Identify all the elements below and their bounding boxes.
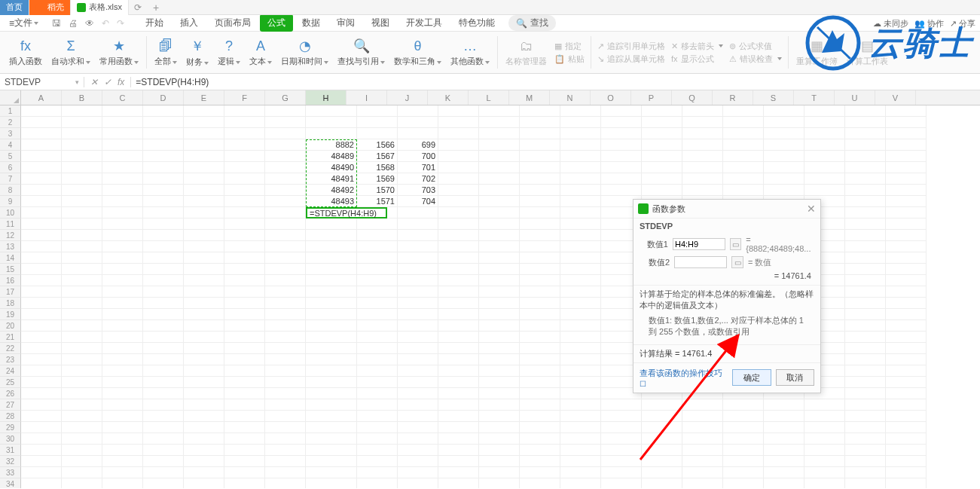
cell[interactable]: [398, 433, 438, 445]
cell[interactable]: [438, 343, 479, 354]
cell[interactable]: [143, 399, 184, 411]
cell[interactable]: [224, 388, 265, 399]
cell[interactable]: [184, 264, 224, 275]
cell[interactable]: [62, 230, 102, 241]
btn-formula-req[interactable]: ⊚ 公式求值: [729, 41, 782, 52]
cell[interactable]: [886, 445, 927, 456]
cell[interactable]: [102, 105, 143, 117]
cell[interactable]: [224, 264, 265, 275]
tab-daoke[interactable]: 稻壳: [29, 0, 71, 15]
cell[interactable]: [357, 241, 398, 252]
cell[interactable]: [306, 433, 357, 445]
cell[interactable]: [560, 456, 601, 467]
cell[interactable]: [184, 252, 224, 264]
cell[interactable]: [438, 388, 479, 399]
cell[interactable]: [357, 207, 398, 219]
cell[interactable]: [764, 139, 804, 151]
cell[interactable]: [886, 151, 927, 162]
cell[interactable]: [438, 196, 479, 207]
cell[interactable]: [601, 478, 642, 488]
btn-text[interactable]: A文本: [245, 32, 276, 73]
row-header[interactable]: 32: [0, 456, 21, 467]
cell[interactable]: [642, 399, 682, 411]
cell[interactable]: [265, 173, 306, 185]
cell[interactable]: [143, 117, 184, 128]
cell[interactable]: [601, 151, 642, 162]
cell[interactable]: [21, 207, 62, 219]
cell[interactable]: [886, 230, 927, 241]
cell[interactable]: [21, 422, 62, 433]
btn-lookup[interactable]: 🔍查找与引用: [333, 32, 389, 73]
cell[interactable]: [357, 343, 398, 354]
cell[interactable]: [764, 456, 804, 467]
cell[interactable]: [357, 467, 398, 478]
formula-input[interactable]: =STDEVP(H4:H9): [131, 77, 980, 87]
cell[interactable]: [723, 467, 764, 478]
btn-common-fn[interactable]: ★常用函数: [95, 32, 143, 73]
cell[interactable]: [21, 298, 62, 309]
cell[interactable]: 1567: [357, 151, 398, 162]
cell[interactable]: [601, 433, 642, 445]
cell[interactable]: [764, 117, 804, 128]
cell[interactable]: [398, 445, 438, 456]
cell[interactable]: [21, 173, 62, 185]
cell[interactable]: [143, 354, 184, 365]
cell[interactable]: [102, 173, 143, 185]
cell[interactable]: [520, 286, 560, 298]
cell[interactable]: [764, 151, 804, 162]
cell[interactable]: [102, 151, 143, 162]
cell[interactable]: [21, 320, 62, 332]
cell[interactable]: [560, 365, 601, 377]
cell[interactable]: [224, 275, 265, 286]
cell[interactable]: [265, 151, 306, 162]
cell[interactable]: [886, 343, 927, 354]
cell[interactable]: [438, 219, 479, 230]
cell[interactable]: [224, 422, 265, 433]
btn-finance[interactable]: ￥财务: [182, 32, 213, 73]
row-header[interactable]: 16: [0, 275, 21, 286]
cell[interactable]: [398, 365, 438, 377]
cell[interactable]: [143, 105, 184, 117]
tab-file[interactable]: 表格.xlsx: [71, 0, 129, 15]
cell[interactable]: [224, 230, 265, 241]
cell[interactable]: [184, 275, 224, 286]
cell[interactable]: [398, 219, 438, 230]
cell[interactable]: [520, 207, 560, 219]
cell[interactable]: [479, 467, 520, 478]
cell[interactable]: [438, 286, 479, 298]
btn-goto-pre[interactable]: ✕ 移去箭头: [671, 41, 723, 52]
cell[interactable]: [560, 411, 601, 422]
ref-select-icon[interactable]: ▭: [730, 238, 741, 250]
cell[interactable]: [479, 478, 520, 488]
cell[interactable]: [357, 219, 398, 230]
cell[interactable]: [520, 275, 560, 286]
cell[interactable]: [265, 309, 306, 320]
btn-all-fn[interactable]: 🗐全部: [150, 32, 182, 73]
cell[interactable]: [21, 219, 62, 230]
ribbon-tab-layout[interactable]: 页面布局: [207, 14, 258, 32]
cell[interactable]: [184, 445, 224, 456]
tab-home[interactable]: 首页: [0, 0, 29, 15]
cell[interactable]: [224, 343, 265, 354]
cell[interactable]: [143, 173, 184, 185]
cell[interactable]: [438, 467, 479, 478]
cell[interactable]: [102, 343, 143, 354]
cell[interactable]: [682, 445, 723, 456]
print-icon[interactable]: 🖨: [66, 18, 81, 29]
cell[interactable]: [845, 320, 886, 332]
cell[interactable]: [398, 252, 438, 264]
ribbon-tab-dev[interactable]: 开发工具: [398, 14, 450, 32]
cell[interactable]: [438, 411, 479, 422]
cell[interactable]: [62, 320, 102, 332]
cell[interactable]: [224, 105, 265, 117]
cell[interactable]: [845, 105, 886, 117]
cell[interactable]: [398, 332, 438, 343]
cell[interactable]: [845, 388, 886, 399]
cell[interactable]: [479, 365, 520, 377]
cell[interactable]: [560, 252, 601, 264]
cell[interactable]: [886, 388, 927, 399]
row-header[interactable]: 29: [0, 422, 21, 433]
cell[interactable]: [520, 445, 560, 456]
cell[interactable]: [845, 332, 886, 343]
cell[interactable]: [601, 128, 642, 139]
